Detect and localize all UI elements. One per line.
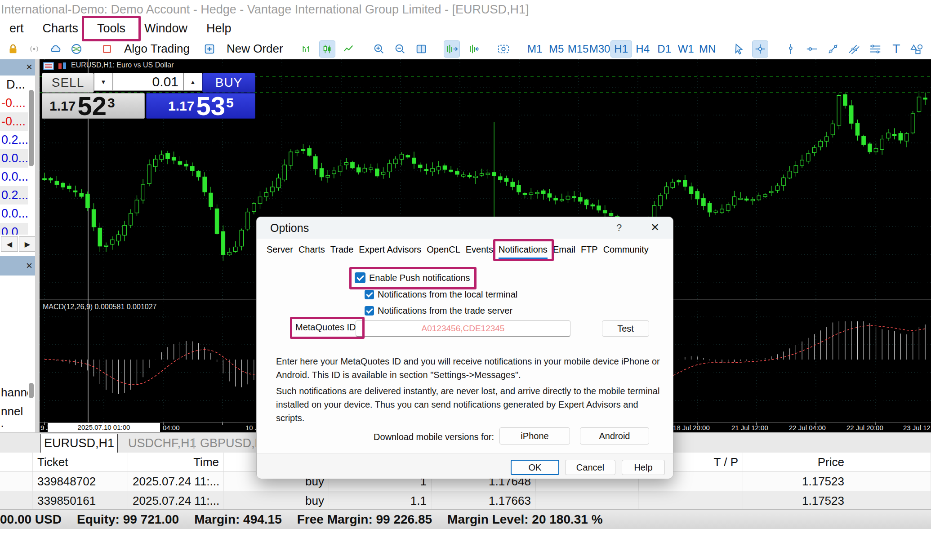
timeframe-w1[interactable]: W1	[676, 41, 696, 57]
camera-icon[interactable]	[496, 41, 511, 57]
iphone-button[interactable]: iPhone	[499, 427, 570, 444]
bar-chart-icon[interactable]	[298, 41, 314, 57]
tab-events[interactable]: Events	[466, 244, 493, 255]
tab-charts[interactable]: Charts	[298, 244, 325, 255]
market-watch-row[interactable]: 0.0...	[0, 168, 28, 186]
tab-email[interactable]: Email	[553, 244, 575, 255]
candle-chart-icon[interactable]	[320, 41, 335, 57]
volume-down-spinner[interactable]: ▼	[94, 73, 113, 91]
market-watch-scrollbar[interactable]	[29, 90, 34, 166]
tab-expert-advisors[interactable]: Expert Advisors	[359, 244, 421, 255]
menu-item-tools[interactable]: Tools	[88, 22, 135, 36]
local-terminal-row[interactable]: Notifications from the local terminal	[365, 289, 517, 300]
buy-button[interactable]: BUY	[202, 73, 255, 93]
menu-item-window[interactable]: Window	[135, 22, 197, 36]
menu-item-ert[interactable]: ert	[0, 22, 33, 36]
timeframe-m5[interactable]: M5	[546, 41, 567, 57]
crosshair-icon[interactable]	[753, 41, 768, 57]
horizontal-line-icon[interactable]	[804, 41, 820, 57]
enable-push-checkbox[interactable]	[355, 272, 365, 283]
signal-icon[interactable]	[27, 41, 42, 57]
grid-window-icon[interactable]	[414, 41, 429, 57]
chart-tab-gbpusd[interactable]: GBPUSD,H	[200, 436, 263, 450]
tab-ftp[interactable]: FTP	[581, 244, 598, 255]
tab-notifications[interactable]: Notifications	[499, 244, 548, 255]
channel-icon[interactable]	[846, 41, 862, 57]
metaquotes-id-input[interactable]	[356, 320, 570, 337]
navigator-item[interactable]: hanne	[1, 383, 28, 402]
nav-left-button[interactable]: ◀	[1, 236, 18, 252]
help-button[interactable]: Help	[622, 460, 665, 475]
indicator-shift-icon[interactable]	[444, 41, 459, 57]
depth-of-market-icon[interactable]	[43, 62, 54, 72]
new-order-icon[interactable]	[202, 41, 217, 57]
market-watch-row[interactable]: 0.2...	[0, 131, 28, 149]
market-watch-row[interactable]: 0.0...	[0, 204, 28, 223]
buy-price-panel[interactable]: 1.17 53 5	[146, 93, 255, 119]
timeframe-h1[interactable]: H1	[611, 41, 632, 57]
timeframe-m1[interactable]: M1	[525, 41, 545, 57]
volume-input[interactable]: 0.01	[113, 73, 183, 91]
sell-button[interactable]: SELL	[42, 73, 94, 93]
tab-trade[interactable]: Trade	[330, 244, 354, 255]
timeframe-m30[interactable]: M30	[589, 41, 610, 57]
trade-server-row[interactable]: Notifications from the trade server	[365, 306, 512, 316]
market-watch-row[interactable]: -0....	[0, 94, 28, 112]
zoom-out-icon[interactable]	[392, 41, 408, 57]
tab-server[interactable]: Server	[267, 244, 293, 255]
algo-trading-icon[interactable]	[99, 41, 115, 57]
cursor-icon[interactable]	[731, 41, 747, 57]
market-watch-row[interactable]: 0.2...	[0, 186, 28, 204]
android-button[interactable]: Android	[580, 427, 649, 444]
tab-community[interactable]: Community	[603, 244, 649, 255]
table-row[interactable]: 339850161 2025.07.24 11:... buy 1.1 1.17…	[0, 491, 931, 511]
algo-trading-label[interactable]: Algo Trading	[124, 42, 190, 56]
market-watch-row[interactable]: -0....	[0, 112, 28, 131]
ok-button[interactable]: OK	[511, 460, 559, 475]
fibonacci-icon[interactable]	[868, 41, 883, 57]
cloud-icon[interactable]	[48, 41, 63, 57]
shapes-icon[interactable]	[910, 41, 925, 57]
text-icon[interactable]: T	[889, 41, 904, 57]
dialog-close-icon[interactable]: ✕	[650, 221, 659, 234]
navigator-item[interactable]: nnel	[1, 402, 28, 421]
enable-push-row[interactable]: Enable Push notifications	[355, 272, 470, 283]
new-order-label[interactable]: New Order	[227, 42, 283, 56]
tab-opencl[interactable]: OpenCL	[427, 244, 460, 255]
cancel-button[interactable]: Cancel	[565, 460, 615, 475]
test-button[interactable]: Test	[602, 320, 649, 337]
sell-price-panel[interactable]: 1.17 52 3	[42, 93, 145, 119]
close-icon[interactable]: ×	[26, 259, 32, 272]
panel-divider[interactable]	[35, 59, 40, 432]
timeframe-h4[interactable]: H4	[633, 41, 653, 57]
local-terminal-checkbox[interactable]	[365, 290, 374, 299]
menu-item-help[interactable]: Help	[197, 22, 241, 36]
close-icon[interactable]: ×	[26, 61, 32, 73]
globe-icon[interactable]	[69, 41, 84, 57]
menu-item-charts[interactable]: Charts	[33, 22, 88, 36]
lock-icon[interactable]	[5, 41, 21, 57]
volume-up-spinner[interactable]: ▲	[183, 73, 202, 91]
chart-tab-usdchf[interactable]: USDCHF,H1	[128, 436, 196, 450]
header-time[interactable]: Time	[128, 453, 224, 471]
market-watch-row[interactable]: 0.0...	[0, 223, 28, 235]
navigator-item[interactable]: hanne	[1, 421, 28, 427]
chart-tab-eurusd[interactable]: EURUSD,H1	[40, 434, 118, 453]
chart-symbol-icon[interactable]	[58, 62, 67, 72]
dialog-title-bar[interactable]: Options ? ✕	[257, 217, 673, 239]
dialog-help-icon[interactable]: ?	[616, 222, 622, 234]
trendline-icon[interactable]	[825, 41, 841, 57]
trade-server-checkbox[interactable]	[365, 306, 374, 316]
timeframe-d1[interactable]: D1	[654, 41, 675, 57]
header-ticket[interactable]: Ticket	[33, 453, 128, 471]
navigator-scrollbar[interactable]	[29, 383, 34, 398]
market-watch-row[interactable]: 0.0...	[0, 149, 28, 168]
market-watch-row[interactable]: D...	[0, 76, 28, 94]
vertical-line-icon[interactable]	[783, 41, 798, 57]
nav-right-button[interactable]: ▶	[19, 236, 36, 252]
timeframe-m15[interactable]: M15	[568, 41, 588, 57]
header-price[interactable]: Price	[743, 453, 849, 471]
line-chart-icon[interactable]	[341, 41, 356, 57]
timeframe-mn[interactable]: MN	[697, 41, 718, 57]
zoom-in-icon[interactable]	[371, 41, 387, 57]
